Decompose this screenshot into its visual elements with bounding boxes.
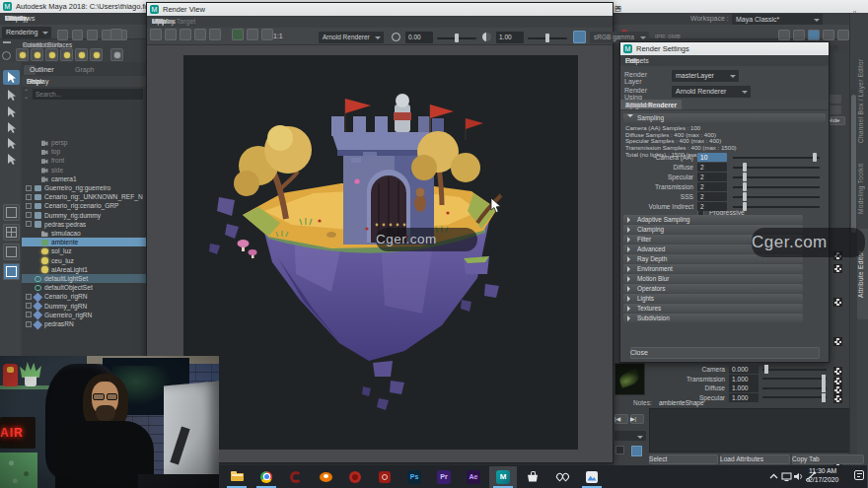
snap-icon[interactable] [793,30,805,40]
render-view-titlebar[interactable]: M Render View ─▢✕ [147,3,613,16]
select-tool-icon[interactable] [3,70,20,85]
taskbar-app-maya[interactable]: M [489,466,517,488]
outliner-item-Cenario_rig:cenario_GRP[interactable]: Cenario_rig:cenario_GRP [22,201,146,210]
slider-handle[interactable] [813,153,817,162]
save-image-icon[interactable] [209,29,221,40]
open-image-icon[interactable] [194,29,206,40]
texture-map-icon[interactable] [833,394,842,403]
taskbar-app-red-square-app[interactable] [371,466,398,488]
renderer-selector[interactable]: Arnold Renderer [319,32,384,43]
remove-image-icon[interactable] [247,29,258,40]
expand-icon[interactable] [26,321,32,327]
expand-icon[interactable] [26,294,32,300]
field-slider-specular[interactable] [733,176,820,178]
render-layer-selector[interactable]: masterLayer [672,70,739,82]
chevron-up-icon[interactable] [768,471,779,482]
outliner-item-aiAreaLight1[interactable]: aiAreaLight1 [22,265,146,274]
taskbar-app-ms-store[interactable] [519,466,546,488]
field-slider-camera-aa-[interactable] [733,157,820,159]
slider-handle[interactable] [743,182,747,191]
taskbar-app-photoshop[interactable]: Ps [400,466,428,488]
outliner-item-Guerreiro_rig:guerreiro[interactable]: Guerreiro_rig:guerreiro [22,183,146,192]
ae-slider-diffuse[interactable] [762,387,827,389]
rs-tab-diagnostics[interactable]: Diagnostics [620,100,664,110]
slider-handle[interactable] [822,393,826,402]
ae-scrollbar-thumb[interactable] [851,95,856,233]
rv-close-button[interactable]: ✕ [611,3,625,15]
display-icon[interactable] [781,471,792,482]
ae-input-transmission[interactable]: 1.000 [729,375,759,383]
outliner-item-ceu_luz[interactable]: ceu_luz [22,256,146,265]
rs-menu-help[interactable]: Help [620,55,644,66]
section-operators[interactable]: Operators [623,284,803,293]
expand-icon[interactable] [26,212,32,218]
ae-notes-textarea[interactable] [649,408,856,453]
section-subdivision[interactable]: Subdivision [623,314,803,322]
display-rgb-icon[interactable] [261,29,273,40]
taskbar-app-hearts-app[interactable] [548,466,576,488]
ae-material-preview[interactable] [615,363,645,395]
outliner-item-front[interactable]: front [22,156,146,165]
outliner-item-defaultLightSet[interactable]: defaultLightSet [22,274,146,283]
panel-toggle-icon[interactable] [808,30,820,40]
area-light-icon[interactable] [60,48,73,61]
single-pane-layout-icon[interactable] [3,204,20,221]
taskbar-app-c-logo[interactable] [282,466,310,488]
scale-tool-icon[interactable] [3,152,20,167]
outliner-menu-help[interactable]: Help [22,76,45,87]
outliner-item-pedras:pedras[interactable]: pedras:pedras [22,220,146,229]
texture-map-icon[interactable] [833,385,842,394]
skydome-light-icon[interactable] [90,48,103,61]
keep-image-icon[interactable] [232,29,244,40]
point-light-icon[interactable] [16,48,29,61]
color-managed-toggle[interactable] [573,31,586,43]
ae-scrollbar[interactable] [850,89,857,458]
outliner-item-sol_luz[interactable]: sol_luz [22,246,146,255]
slider-handle[interactable] [743,202,747,211]
rotate-tool-icon[interactable] [3,136,20,151]
side-tab-channel-box-layer-editor[interactable]: Channel Box / Layer Editor [857,54,868,148]
spot-light-icon[interactable] [31,48,43,61]
outliner-item-Cenario_rigRN[interactable]: Cenario_rigRN [22,292,146,301]
paint-select-tool-icon[interactable] [3,105,20,119]
render-camera-icon[interactable] [110,48,123,61]
section-textures[interactable]: Textures [623,304,803,313]
slider-handle[interactable] [822,375,826,383]
render-settings-titlebar[interactable]: M Render Settings ─▢✕ [620,42,829,55]
maya-menu-windows[interactable]: Windows [0,13,39,24]
ae-toolbar-button[interactable] [830,95,841,104]
outliner-item-Guerreiro_rigRN[interactable]: Guerreiro_rigRN [22,311,146,319]
render-using-selector[interactable]: Arnold Renderer [672,86,751,98]
outliner-item-side[interactable]: side [22,166,146,174]
expand-icon[interactable] [26,185,32,191]
section-environment[interactable]: Environment [623,264,803,273]
expand-icon[interactable] [26,221,32,227]
ae-slider-camera[interactable] [762,369,827,371]
outliner-sort-icon[interactable]: ⌃⌄ [24,90,31,99]
tab-graph-editor[interactable]: Graph Editor [69,65,81,75]
shelf-gear-icon[interactable] [2,51,11,60]
ae-slider-specular[interactable] [762,396,827,398]
taskbar-app-chrome[interactable] [253,466,280,488]
side-tab-modeling-toolkit[interactable]: Modeling Toolkit [857,153,868,224]
panel-split-icon[interactable] [823,30,834,40]
ae-prev-frame-button[interactable]: |◀ [615,414,628,424]
expand-icon[interactable] [26,312,32,317]
ae-button-copy-tab[interactable]: Copy Tab [792,454,864,464]
field-input-volume-indirect[interactable]: 2 [697,202,727,211]
field-slider-volume-indirect[interactable] [733,206,820,208]
ae-button-select[interactable]: Select [649,454,718,464]
taskbar-app-after-effects[interactable]: Ae [460,466,487,488]
outliner-item-ambiente[interactable]: ambiente [22,238,146,246]
expand-icon[interactable] [26,203,32,209]
expand-icon[interactable] [26,303,32,309]
gamma-input[interactable]: 1.00 [496,32,524,43]
outliner-search-input[interactable]: Search... [33,89,143,100]
volume-icon[interactable] [793,471,804,482]
exposure-input[interactable]: 0.00 [405,32,433,43]
field-input-diffuse[interactable]: 2 [697,163,727,172]
section-motion-blur[interactable]: Motion Blur [623,274,803,283]
texture-map-icon[interactable] [833,264,842,273]
directional-light-icon[interactable] [45,48,58,61]
field-input-specular[interactable]: 2 [697,173,727,181]
